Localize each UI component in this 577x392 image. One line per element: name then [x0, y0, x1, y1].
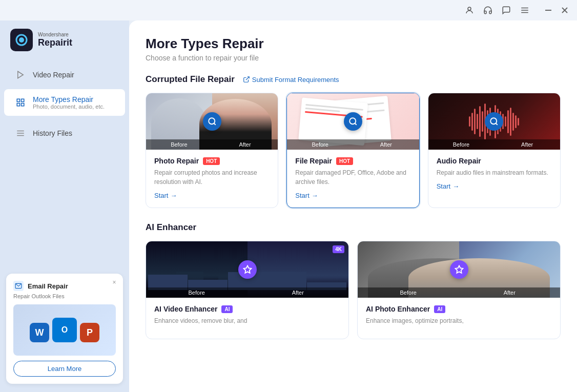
file-after-label: After [353, 139, 419, 150]
svg-rect-11 [22, 99, 24, 101]
history-files-icon [14, 127, 27, 139]
file-repair-image: Before After [287, 93, 419, 150]
ai-video-enhancer-card[interactable]: 4K Before After AI Video Enhancer [146, 241, 349, 339]
promo-header: Email Repair [13, 281, 116, 291]
sidebar-item-video-repair[interactable]: Video Repair [4, 63, 125, 87]
file-repair-badge: HOT [336, 157, 353, 165]
promo-subtitle: Repair Outlook Files [13, 293, 116, 299]
minimize-button[interactable] [542, 4, 554, 16]
file-repair-desc: Repair damaged PDF, Office, Adobe and ar… [295, 168, 410, 187]
ai-video-image: 4K Before After [146, 241, 348, 298]
ai-video-after-label: After [248, 287, 349, 298]
photo-repair-title: Photo Repair [154, 157, 199, 165]
window-controls [542, 4, 571, 16]
promo-card: × Email Repair Repair Outlook Files W O … [6, 274, 123, 384]
svg-rect-12 [17, 104, 19, 106]
file-before-label: Before [287, 139, 353, 150]
logo-area: Wondershare Repairit [0, 29, 129, 61]
chat-icon[interactable] [501, 5, 511, 15]
file-repair-card[interactable]: Before After File Repair HOT Repair dama… [286, 93, 419, 208]
audio-before-after-bar: Before After [428, 139, 560, 150]
ai-photo-icon-overlay [450, 260, 468, 279]
ai-video-desc: Enhance videos, remove blur, and [154, 316, 340, 325]
promo-email-icon [13, 281, 24, 291]
page-title: More Types Repair [146, 36, 561, 52]
title-bar [0, 0, 577, 20]
file-repair-title: File Repair [295, 157, 332, 165]
logo-brand: Wondershare [38, 32, 72, 37]
audio-after-label: After [494, 139, 560, 150]
close-button[interactable] [559, 4, 571, 16]
photo-repair-desc: Repair corrupted photos and increase res… [154, 168, 270, 187]
photo-repair-start[interactable]: Start → [154, 192, 270, 199]
ai-section-title: AI Enhancer [146, 222, 196, 233]
list-icon[interactable] [520, 5, 530, 15]
audio-repair-desc: Repair audio files in mainstream formats… [437, 168, 552, 177]
audio-repair-title: Audio Repair [437, 157, 481, 165]
ai-video-before-after-bar: Before After [146, 287, 348, 298]
logo-text: Wondershare Repairit [38, 32, 72, 48]
person-icon[interactable] [464, 5, 475, 15]
svg-point-8 [19, 37, 24, 43]
ai-video-title: AI Video Enhancer [154, 305, 217, 313]
svg-line-24 [496, 123, 498, 125]
svg-rect-10 [17, 99, 19, 101]
audio-before-label: Before [428, 139, 494, 150]
app-body: Wondershare Repairit Video Repair More T… [0, 20, 577, 392]
ai-photo-desc: Enhance images, optimize portraits, [366, 316, 552, 325]
ai-photo-image: Before After [358, 241, 560, 298]
audio-repair-start[interactable]: Start → [437, 182, 552, 190]
ai-photo-before-after-bar: Before After [358, 287, 560, 298]
sidebar-item-video-repair-label: Video Repair [33, 71, 74, 79]
sidebar-item-more-types-label: More Types Repair [33, 95, 93, 104]
audio-repair-card[interactable]: Before After Audio Repair Repair audio f… [428, 93, 561, 208]
svg-point-19 [209, 118, 215, 124]
logo-product: Repairit [38, 37, 72, 48]
corrupted-cards-grid: Before After Photo Repair HOT Repair cor… [146, 93, 561, 208]
photo-before-after-bar: Before After [146, 139, 278, 150]
svg-point-0 [468, 7, 471, 10]
learn-more-button[interactable]: Learn More [13, 361, 116, 377]
photo-repair-body: Photo Repair HOT Repair corrupted photos… [146, 150, 278, 208]
sidebar-item-more-types-repair[interactable]: More Types Repair Photo, document, audio… [4, 89, 125, 116]
svg-rect-4 [545, 10, 551, 11]
4k-badge: 4K [333, 245, 344, 253]
page-subtitle: Choose a function to repair your file [146, 54, 561, 62]
ai-cards-grid: 4K Before After AI Video Enhancer [146, 241, 561, 339]
file-before-after-bar: Before After [287, 139, 419, 150]
photo-repair-card[interactable]: Before After Photo Repair HOT Repair cor… [146, 93, 278, 208]
ai-video-body: AI Video Enhancer AI Enhance videos, rem… [146, 298, 348, 339]
ai-photo-enhancer-card[interactable]: Before After AI Photo Enhancer AI Enhanc… [357, 241, 561, 339]
corrupted-section-title: Corrupted File Repair [146, 74, 235, 85]
svg-line-20 [214, 123, 215, 125]
ai-video-before-label: Before [146, 287, 248, 298]
ai-section-header: AI Enhancer [146, 222, 561, 233]
audio-repair-image: Before After [428, 93, 560, 150]
audio-repair-body: Audio Repair Repair audio files in mains… [428, 150, 560, 198]
video-repair-icon [14, 69, 27, 81]
photo-before-label: Before [146, 139, 212, 150]
ai-video-badge: AI [221, 305, 233, 313]
photo-repair-icon-overlay [203, 112, 221, 131]
ai-photo-badge: AI [434, 305, 445, 313]
file-repair-body: File Repair HOT Repair damaged PDF, Offi… [287, 150, 419, 208]
file-repair-start[interactable]: Start → [295, 192, 410, 199]
headset-icon[interactable] [483, 5, 493, 15]
more-types-icon [14, 96, 27, 109]
svg-rect-13 [22, 104, 24, 106]
svg-point-23 [491, 118, 497, 124]
submit-format-link[interactable]: Submit Format Requirements [243, 76, 339, 84]
svg-marker-9 [18, 71, 24, 78]
sidebar: Wondershare Repairit Video Repair More T… [0, 20, 129, 392]
file-repair-icon-overlay [344, 112, 362, 131]
photo-repair-badge: HOT [203, 157, 220, 165]
sidebar-item-more-types-subtitle: Photo, document, audio, etc. [33, 104, 105, 110]
promo-title: Email Repair [28, 282, 68, 290]
photo-repair-image: Before After [146, 93, 278, 150]
sidebar-item-history-files[interactable]: History Files [4, 121, 125, 146]
promo-close-button[interactable]: × [110, 278, 119, 287]
svg-line-22 [355, 123, 356, 125]
ai-photo-after-label: After [459, 287, 561, 298]
promo-visual: W O P [13, 304, 116, 356]
outlook-icon: O [52, 318, 77, 342]
